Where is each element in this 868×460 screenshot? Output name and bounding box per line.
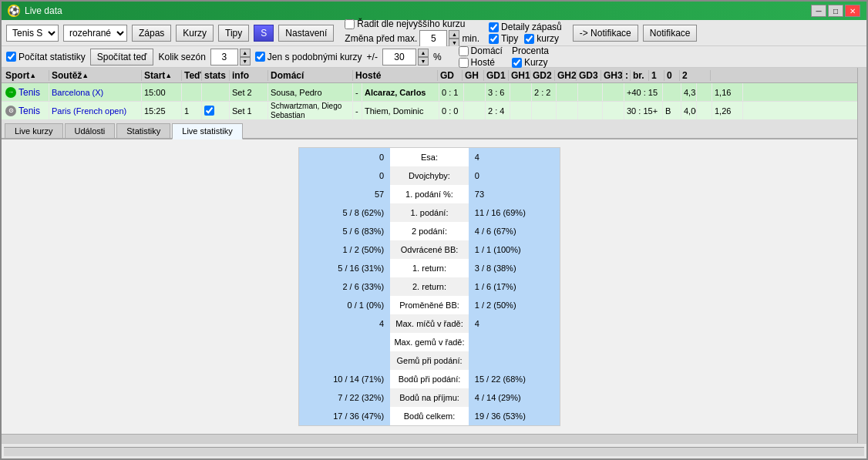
stats-label: Gemů při podání: [390, 351, 469, 370]
window-controls: ─ □ ✕ [811, 5, 860, 17]
th-gh[interactable]: GH [463, 70, 484, 81]
stats-right-value: 4 / 6 (67%) [469, 222, 560, 240]
th-gd[interactable]: GD [438, 70, 463, 81]
th-gd3[interactable]: GD3 [577, 70, 601, 81]
pm-up[interactable]: ▲ [418, 49, 429, 57]
row2-stats [202, 102, 230, 119]
th-gd1[interactable]: GD1 [484, 70, 509, 81]
filter-select[interactable]: rozehrané [63, 25, 127, 42]
row2-n1: 4,00 [681, 102, 697, 119]
th-domaci[interactable]: Domácí [268, 70, 353, 81]
stats-label: Dvojchyby: [390, 166, 469, 185]
stats-row: 0Dvojchyby:0 [299, 166, 560, 185]
tab-udalosti[interactable]: Události [65, 123, 116, 138]
detaily-checkbox[interactable] [489, 22, 499, 32]
row2-ted: 1 [182, 102, 202, 119]
max-val-up[interactable]: ▲ [449, 30, 459, 39]
pct-label: % [433, 52, 442, 62]
zapas-button[interactable]: Zápas [132, 25, 171, 42]
row2-gd2 [532, 102, 557, 119]
max-val-input[interactable]: 5 [419, 30, 447, 47]
main-window: ⚽ Live data ─ □ ✕ Tenis S rozehrané Zápa… [0, 0, 868, 460]
stats-left-value: 2 / 6 (33%) [299, 277, 390, 296]
th-gh3[interactable]: GH3 [601, 70, 623, 81]
row2-hoste: Thiem, Dominic [362, 102, 439, 119]
row1-start: 15:00 [142, 83, 182, 101]
vertical-scrollbar[interactable] [857, 68, 866, 443]
close-button[interactable]: ✕ [845, 5, 860, 17]
row2-n2 [697, 102, 712, 119]
sport-select[interactable]: Tenis S [6, 25, 59, 42]
pm-label: +/- [367, 52, 378, 62]
th-gd2[interactable]: GD2 [530, 70, 555, 81]
hoste-checkbox[interactable] [459, 58, 469, 68]
th-n1[interactable]: 1 [649, 70, 664, 81]
th-gh1[interactable]: GH1 [509, 70, 530, 81]
domaci-checkbox[interactable] [459, 46, 469, 56]
status-bar-inner [4, 447, 864, 456]
th-stats[interactable]: stats [202, 70, 230, 81]
notifikace-arrow-button[interactable]: -> Notifikace [573, 25, 638, 42]
minimize-button[interactable]: ─ [811, 5, 826, 17]
notifikace-button[interactable]: Notifikace [643, 25, 698, 42]
th-ted[interactable]: Teď [182, 70, 202, 81]
row1-gh1 [510, 83, 532, 101]
table-row[interactable]: ⊙ Tenis Paris (French open) 15:25 1 Set … [2, 102, 857, 120]
stats-row: 4Max. míčů v řadě:4 [299, 314, 560, 333]
horizontal-scrollbar[interactable] [2, 434, 857, 443]
pm-input[interactable] [382, 49, 416, 65]
nastaveni-button[interactable]: Nastavení [278, 25, 334, 42]
stats-right-value: 73 [469, 185, 560, 203]
tab-live-kurzy[interactable]: Live kurzy [5, 123, 63, 138]
row2-status-icon: ⊙ [5, 106, 16, 116]
pm-down[interactable]: ▼ [418, 57, 429, 65]
kurzy-button[interactable]: Kurzy [176, 25, 214, 42]
kolik-down[interactable]: ▼ [240, 57, 251, 65]
stats-label: Proměněné BB: [390, 296, 469, 314]
tipy-button[interactable]: Tipy [218, 25, 249, 42]
tipy-checkbox[interactable] [489, 34, 499, 44]
th-soutez[interactable]: Soutěž ▲ [49, 70, 142, 81]
th-n2[interactable]: 0 [664, 70, 680, 81]
stats-row: 2 / 6 (33%)2. return:1 / 6 (17%) [299, 277, 560, 296]
tab-statistiky[interactable]: Statistiky [116, 123, 170, 138]
tab-live-statistiky[interactable]: Live statistiky [172, 123, 242, 139]
kolik-input[interactable] [210, 49, 238, 65]
row1-ted [182, 83, 202, 101]
row2-extra: 30 : 15+ [624, 102, 663, 119]
th-br[interactable]: br. [631, 70, 649, 81]
jen-checkbox[interactable] [255, 52, 265, 62]
th-hoste[interactable]: Hosté [353, 70, 438, 81]
maximize-button[interactable]: □ [828, 5, 843, 17]
th-gh2[interactable]: GH2 [555, 70, 577, 81]
stats-row: 1 / 2 (50%)Odvrácené BB:1 / 1 (100%) [299, 240, 560, 259]
title-bar: ⚽ Live data ─ □ ✕ [2, 2, 866, 20]
kurzy2-checkbox[interactable] [512, 58, 522, 68]
pocitat-checkbox[interactable] [6, 52, 16, 62]
stats-label: 2. return: [390, 277, 469, 296]
pocitat-label: Počítat statistiky [19, 52, 86, 62]
table-row[interactable]: → Tenis Barcelona (X) 15:00 Set 2 Sousa,… [2, 83, 857, 102]
stats-label: 2 podání: [390, 222, 469, 240]
th-sport[interactable]: Sport ▲ [3, 70, 49, 81]
th-start[interactable]: Start ▲ [142, 70, 182, 81]
domaci-label: Domácí [471, 45, 503, 56]
stats-left-value: 0 [299, 166, 390, 185]
kolik-up[interactable]: ▲ [240, 49, 251, 57]
kurzy-label: kurzy [537, 33, 559, 44]
row2-gh1 [510, 102, 532, 119]
row1-br [663, 83, 681, 101]
spocitat-button[interactable]: Spočítat teď [90, 49, 154, 65]
th-info[interactable]: info [230, 70, 268, 81]
row2-sport: ⊙ Tenis [3, 102, 49, 119]
row2-gd: 0 : 0 [439, 102, 464, 119]
stats-right-value: 19 / 36 (53%) [469, 407, 560, 425]
s-button[interactable]: S [254, 25, 274, 42]
th-n3[interactable]: 2 [680, 70, 711, 81]
kurzy-checkbox[interactable] [524, 34, 534, 44]
stats-left-value: 7 / 22 (32%) [299, 388, 390, 407]
radit-checkbox[interactable] [345, 19, 355, 29]
stats-row: Max. gemů v řadě: [299, 333, 560, 351]
row1-extra: +40 : 15 [624, 83, 663, 101]
stats-label: Bodů celkem: [390, 407, 469, 425]
